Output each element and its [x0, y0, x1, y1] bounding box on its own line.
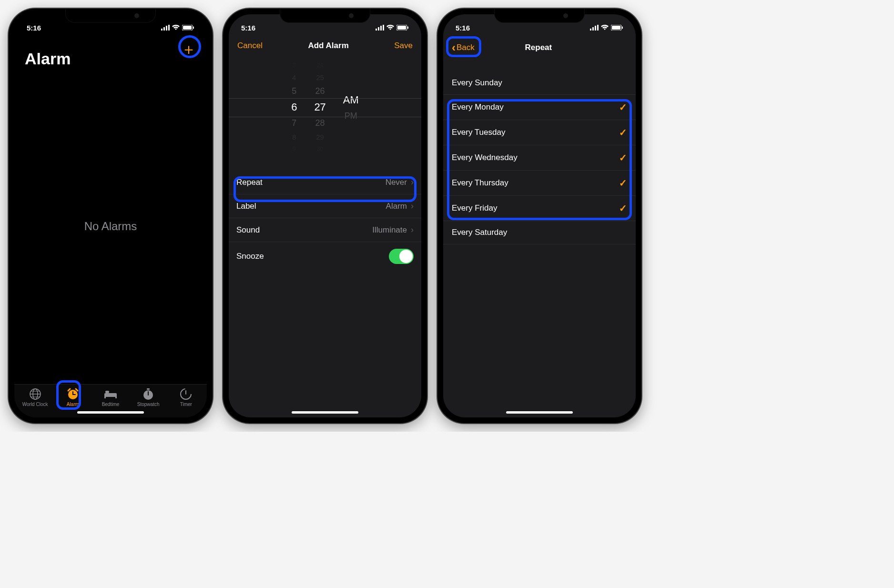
globe-icon [29, 387, 41, 401]
repeat-day-row[interactable]: Every Sunday [443, 71, 636, 95]
svg-rect-20 [147, 388, 150, 390]
status-time: 5:16 [241, 24, 255, 32]
label-label: Label [236, 202, 256, 211]
svg-rect-30 [407, 26, 408, 29]
phone-repeat-days: 5:16 ‹ Back Repeat Every SundayEvery Mon… [437, 9, 641, 423]
phone-add-alarm: 5:16 Cancel Add Alarm Save 3 4 5 6 7 8 9 [223, 9, 427, 423]
svg-rect-27 [383, 25, 384, 30]
svg-rect-0 [161, 29, 163, 30]
battery-icon [396, 24, 409, 32]
cellular-signal-icon [376, 24, 384, 32]
nav-title: Add Alarm [263, 41, 394, 51]
home-indicator[interactable] [506, 411, 573, 414]
cancel-button[interactable]: Cancel [237, 41, 263, 51]
svg-rect-6 [193, 27, 194, 29]
page-title: Alarm [14, 35, 207, 68]
svg-rect-2 [166, 26, 167, 30]
repeat-day-label: Every Saturday [452, 228, 507, 237]
svg-rect-18 [105, 391, 109, 393]
phone-alarm-list: 5:16 ＋ Alarm No Alarms [9, 9, 213, 423]
svg-rect-3 [168, 25, 170, 30]
battery-icon [182, 25, 194, 30]
bed-icon [103, 387, 118, 401]
status-time: 5:16 [27, 24, 41, 32]
svg-rect-36 [612, 26, 620, 30]
empty-state-text: No Alarms [14, 68, 207, 384]
annotation-highlight-repeat [234, 176, 417, 202]
status-time: 5:16 [456, 24, 470, 32]
svg-rect-32 [592, 27, 594, 30]
nav-title: Repeat [475, 43, 602, 52]
annotation-highlight-alarm-tab [56, 380, 81, 410]
svg-rect-34 [597, 25, 599, 30]
notch [494, 9, 585, 23]
annotation-highlight-add [178, 35, 201, 58]
cellular-signal-icon [590, 24, 599, 32]
nav-bar: Cancel Add Alarm Save [229, 35, 421, 57]
battery-icon [611, 24, 623, 32]
svg-rect-24 [376, 29, 377, 30]
chevron-right-icon: › [411, 201, 414, 211]
wifi-icon [386, 24, 395, 32]
home-indicator[interactable] [77, 411, 144, 414]
snooze-row: Snooze [229, 242, 421, 271]
notch [65, 9, 156, 23]
sound-label: Sound [236, 225, 260, 235]
chevron-right-icon: › [411, 225, 414, 235]
timer-icon [180, 387, 192, 401]
annotation-highlight-weekdays [447, 99, 632, 220]
svg-rect-37 [622, 26, 623, 29]
svg-rect-29 [397, 26, 406, 30]
tab-stopwatch[interactable]: Stopwatch [130, 387, 167, 407]
annotation-highlight-back [446, 36, 481, 57]
wifi-icon [600, 24, 609, 32]
stopwatch-icon [142, 387, 154, 401]
svg-rect-25 [378, 27, 379, 30]
home-indicator[interactable] [292, 411, 358, 414]
svg-rect-16 [104, 396, 106, 398]
svg-rect-5 [183, 26, 192, 30]
snooze-toggle[interactable] [389, 249, 414, 264]
picker-hour-column[interactable]: 3 4 5 6 7 8 9 [291, 62, 297, 152]
svg-rect-15 [104, 393, 117, 397]
repeat-day-row[interactable]: Every Saturday [443, 221, 636, 244]
svg-rect-17 [115, 396, 117, 398]
time-picker[interactable]: 3 4 5 6 7 8 9 24 25 26 27 28 29 30 AM PM [229, 57, 421, 157]
svg-rect-33 [595, 26, 596, 30]
tab-timer[interactable]: Timer [167, 387, 205, 407]
sound-row[interactable]: Sound Illuminate› [229, 218, 421, 242]
notch [280, 9, 370, 23]
picker-minute-column[interactable]: 24 25 26 27 28 29 30 [314, 62, 325, 152]
tab-bedtime[interactable]: Bedtime [91, 387, 129, 407]
tab-world-clock[interactable]: World Clock [16, 387, 54, 407]
save-button[interactable]: Save [394, 41, 413, 51]
svg-rect-26 [380, 26, 382, 30]
svg-rect-31 [590, 29, 591, 30]
picker-ampm-column[interactable]: AM PM [343, 94, 359, 121]
repeat-day-label: Every Sunday [452, 78, 502, 88]
cellular-signal-icon [161, 25, 170, 30]
snooze-label: Snooze [236, 252, 264, 261]
svg-rect-1 [163, 27, 165, 30]
wifi-icon [172, 25, 180, 30]
